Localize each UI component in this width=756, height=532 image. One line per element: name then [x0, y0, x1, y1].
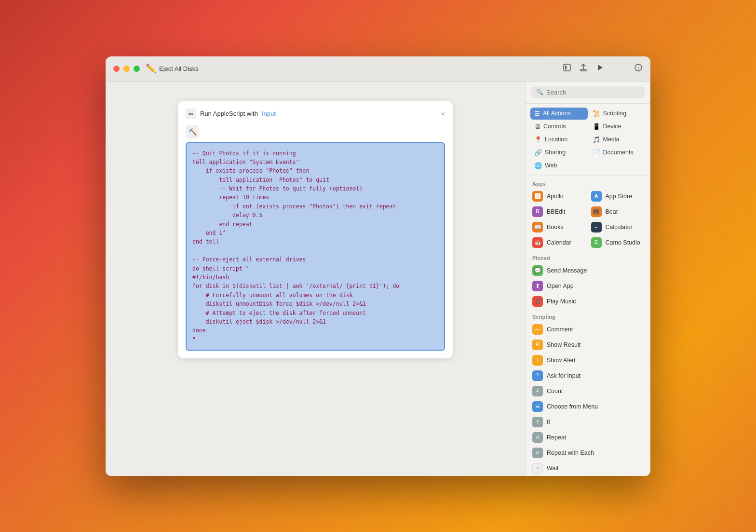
nav-item-documents[interactable]: 📄 Documents	[589, 147, 646, 159]
nav-item-device[interactable]: 📱 Device	[589, 121, 646, 133]
play-button[interactable]	[595, 63, 604, 74]
library-button[interactable]	[563, 63, 571, 74]
script-label-show-alert: Show Alert	[547, 357, 576, 364]
script-item-repeat[interactable]: ↺ Repeat	[529, 430, 647, 445]
script-item-ask-for-input[interactable]: ? Ask for Input	[529, 368, 647, 383]
pinned-item-send-message[interactable]: 💬 Send Message	[529, 263, 647, 278]
apps-section-label: Apps	[526, 176, 650, 189]
nav-item-scripting[interactable]: 📜 Scripting	[589, 108, 646, 120]
card-input-label[interactable]: Input	[262, 110, 276, 117]
action-card: ✏ Run AppleScript with Input × 🔨 -- Quit…	[178, 101, 453, 359]
maximize-button[interactable]	[134, 66, 140, 72]
canvas-area[interactable]: ✏ Run AppleScript with Input × 🔨 -- Quit…	[106, 82, 525, 476]
scripting-icon: 📜	[593, 110, 600, 117]
app-label-apollo: Apollo	[547, 193, 564, 200]
app-label-appstore: App Store	[606, 193, 633, 200]
nav-item-sharing[interactable]: 🔗 Sharing	[530, 147, 588, 159]
search-input[interactable]	[546, 89, 640, 96]
titlebar-actions: i	[563, 63, 643, 74]
pinned-label-open-app: Open App	[547, 283, 574, 289]
card-close-button[interactable]: ×	[441, 110, 445, 118]
media-icon: 🎵	[593, 136, 600, 143]
code-editor[interactable]: -- Quit Photos if it is running tell app…	[186, 142, 445, 351]
scripting-section-label: Scripting	[526, 309, 650, 322]
app-item-apollo[interactable]: 🅰 Apollo	[529, 189, 588, 204]
nav-item-location-label: Location	[545, 136, 567, 143]
share-button[interactable]	[579, 63, 588, 74]
script-item-repeat-with-each[interactable]: ⊙ Repeat with Each	[529, 445, 647, 461]
card-header: ✏ Run AppleScript with Input ×	[186, 109, 445, 119]
if-icon: Y	[532, 417, 543, 427]
hammer-button[interactable]: 🔨	[186, 125, 199, 138]
pinned-label-play-music: Play Music	[547, 298, 576, 305]
nav-item-media-label: Media	[603, 136, 620, 143]
svg-marker-2	[598, 65, 603, 70]
card-title-row: ✏ Run AppleScript with Input	[186, 109, 276, 119]
app-label-camo: Camo Studio	[606, 239, 640, 246]
sharing-icon: 🔗	[534, 149, 542, 156]
svg-rect-0	[564, 64, 570, 71]
app-item-appstore[interactable]: A App Store	[588, 189, 647, 204]
script-item-wait[interactable]: ○ Wait	[529, 461, 647, 476]
pinned-label-send-message: Send Message	[547, 267, 587, 274]
pinned-item-open-app[interactable]: ⬆ Open App	[529, 278, 647, 294]
bbedit-icon: B	[532, 206, 543, 217]
svg-text:✏: ✏	[189, 110, 194, 118]
script-label-repeat-with-each: Repeat with Each	[547, 450, 594, 456]
app-item-bbedit[interactable]: B BBEdit	[529, 204, 588, 219]
main-window: ✏️ Eject All Disks i	[106, 56, 650, 476]
repeat-with-each-icon: ⊙	[532, 448, 543, 458]
app-item-calendar[interactable]: 📅 Calendar	[529, 235, 588, 250]
open-app-icon: ⬆	[532, 281, 543, 291]
script-item-choose-from-menu[interactable]: ☰ Choose from Menu	[529, 399, 647, 414]
script-label-ask-for-input: Ask for Input	[547, 372, 580, 379]
app-label-calculator: Calculator	[606, 224, 633, 231]
app-item-camo[interactable]: C Camo Studio	[588, 235, 647, 250]
main-content: ✏ Run AppleScript with Input × 🔨 -- Quit…	[106, 82, 650, 476]
app-item-calculator[interactable]: = Calculator	[588, 219, 647, 235]
play-music-icon: 🎵	[532, 296, 543, 307]
app-label-bbedit: BBEdit	[547, 208, 565, 215]
script-item-comment[interactable]: — Comment	[529, 322, 647, 337]
script-label-wait: Wait	[547, 465, 559, 472]
svg-rect-1	[565, 66, 567, 69]
applescript-icon: ✏	[186, 109, 196, 119]
app-item-books[interactable]: 📖 Books	[529, 219, 588, 235]
svg-text:i: i	[638, 65, 639, 70]
nav-item-web[interactable]: 🌐 Web	[530, 160, 588, 172]
info-button[interactable]: i	[634, 63, 643, 74]
wait-icon: ○	[532, 463, 543, 474]
pinned-item-play-music[interactable]: 🎵 Play Music	[529, 294, 647, 309]
script-item-show-result[interactable]: R Show Result	[529, 337, 647, 353]
traffic-lights	[113, 66, 140, 72]
appstore-icon: A	[591, 191, 602, 202]
app-item-bear[interactable]: 🐻 Bear	[588, 204, 647, 219]
pinned-section-label: Pinned	[526, 250, 650, 263]
search-input-wrap[interactable]: 🔍	[531, 86, 645, 98]
minimize-button[interactable]	[123, 66, 130, 72]
camo-icon: C	[591, 237, 602, 248]
sidebar-scroll[interactable]: Apps 🅰 Apollo A App Store B BBEdit	[526, 176, 650, 476]
nav-item-all-actions[interactable]: ☰ All Actions	[530, 108, 588, 120]
script-item-show-alert[interactable]: ! Show Alert	[529, 353, 647, 368]
nav-item-controls-label: Controls	[543, 123, 566, 130]
nav-item-scripting-label: Scripting	[603, 110, 627, 117]
window-title: Eject All Disks	[159, 65, 563, 72]
nav-item-media[interactable]: 🎵 Media	[589, 134, 646, 146]
pinned-section: 💬 Send Message ⬆ Open App 🎵 Play Music	[526, 263, 650, 309]
script-item-if[interactable]: Y If	[529, 414, 647, 430]
script-label-show-result: Show Result	[547, 341, 580, 348]
repeat-icon: ↺	[532, 432, 543, 443]
script-label-count: Count	[547, 388, 563, 395]
script-label-repeat: Repeat	[547, 434, 566, 441]
send-message-icon: 💬	[532, 265, 543, 276]
nav-item-controls[interactable]: 🖥 Controls	[530, 121, 588, 133]
books-icon: 📖	[532, 222, 543, 232]
app-icon: ✏️	[146, 63, 156, 74]
nav-item-documents-label: Documents	[603, 149, 634, 156]
close-button[interactable]	[113, 66, 120, 72]
apps-grid: 🅰 Apollo A App Store B BBEdit 🐻 Bear	[526, 189, 650, 250]
location-icon: 📍	[534, 136, 542, 143]
nav-item-location[interactable]: 📍 Location	[530, 134, 588, 146]
script-item-count[interactable]: # Count	[529, 383, 647, 399]
